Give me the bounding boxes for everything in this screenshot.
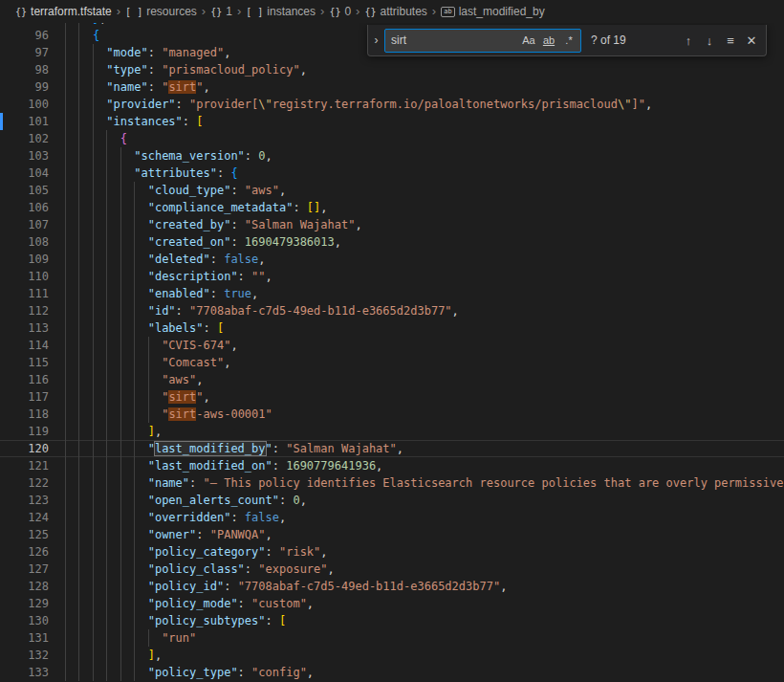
- code-line[interactable]: 128"policy_id": "7708abaf-c7d5-49ed-b11d…: [0, 578, 784, 595]
- code-line[interactable]: 114"CVIS-674",: [0, 337, 784, 354]
- line-number[interactable]: 130: [0, 612, 65, 629]
- token: \": [258, 98, 272, 111]
- code-line[interactable]: 101"instances": [: [0, 113, 784, 130]
- line-number[interactable]: 114: [0, 337, 65, 354]
- line-number[interactable]: 127: [0, 561, 65, 578]
- token: []: [307, 201, 320, 214]
- line-number[interactable]: 103: [0, 147, 65, 165]
- code-line[interactable]: 131"run": [0, 629, 784, 647]
- breadcrumb-item-0[interactable]: {}0: [329, 5, 351, 18]
- line-number[interactable]: 122: [0, 474, 65, 492]
- line-number[interactable]: 120: [0, 440, 65, 457]
- line-number[interactable]: 129: [0, 595, 65, 612]
- code-line[interactable]: 105"cloud_type": "aws",: [0, 182, 784, 199]
- code-line[interactable]: 125"owner": "PANWQA",: [0, 526, 784, 543]
- code-line[interactable]: 133"policy_type": "config",: [0, 664, 784, 681]
- breadcrumb-item-terraform.tfstate[interactable]: {}terraform.tfstate: [15, 5, 112, 18]
- code-line[interactable]: 117"sirt",: [0, 388, 784, 406]
- code-line[interactable]: 102{: [0, 130, 784, 147]
- line-number[interactable]: 133: [0, 664, 65, 681]
- code-line[interactable]: 116"aws",: [0, 371, 784, 388]
- token: :: [266, 545, 279, 559]
- match-case-button[interactable]: Aa: [519, 31, 538, 50]
- code-line[interactable]: 122"name": "– This policy identifies Ela…: [0, 474, 784, 492]
- line-number[interactable]: 107: [0, 216, 65, 233]
- line-number[interactable]: 125: [0, 526, 65, 543]
- code-line[interactable]: 118"sirt-aws-00001": [0, 406, 784, 423]
- line-number[interactable]: 98: [0, 61, 65, 78]
- line-number[interactable]: 116: [0, 371, 65, 388]
- line-number[interactable]: 117: [0, 388, 65, 406]
- code-line[interactable]: 113"labels": [: [0, 319, 784, 337]
- breadcrumb-item-1[interactable]: {}1: [210, 5, 232, 18]
- code-content: "CVIS-674",: [65, 337, 784, 354]
- code-line[interactable]: 120"last_modified_by": "Salman Wajahat",: [0, 440, 784, 457]
- line-number[interactable]: 102: [0, 130, 65, 147]
- line-number[interactable]: 108: [0, 233, 65, 251]
- code-line[interactable]: 99"name": "sirt",: [0, 78, 784, 96]
- line-number[interactable]: 101: [0, 113, 65, 130]
- code-line[interactable]: 115"Comcast",: [0, 354, 784, 371]
- toggle-replace-button[interactable]: ›: [368, 25, 384, 55]
- code-line[interactable]: 106"compliance_metadata": [],: [0, 199, 784, 216]
- close-button[interactable]: ✕: [741, 30, 762, 51]
- code-line[interactable]: 109"deleted": false,: [0, 251, 784, 268]
- code-line[interactable]: 124"overridden": false,: [0, 509, 784, 526]
- line-number[interactable]: 100: [0, 96, 65, 113]
- token: "policy_type": [148, 666, 238, 679]
- line-number[interactable]: 128: [0, 578, 65, 595]
- line-number[interactable]: 96: [0, 27, 65, 44]
- whole-word-button[interactable]: ab: [539, 31, 558, 50]
- find-in-selection-button[interactable]: ≡: [720, 30, 741, 51]
- next-match-button[interactable]: ↓: [699, 30, 720, 51]
- line-number[interactable]: 121: [0, 457, 65, 474]
- code-line[interactable]: 100"provider": "provider[\"registry.terr…: [0, 96, 784, 113]
- line-number[interactable]: 119: [0, 423, 65, 440]
- line-number[interactable]: 112: [0, 302, 65, 319]
- line-number[interactable]: 124: [0, 509, 65, 526]
- line-number[interactable]: 111: [0, 285, 65, 302]
- line-number[interactable]: 106: [0, 199, 65, 216]
- code-line[interactable]: 112"id": "7708abaf-c7d5-49ed-b11d-e3665d…: [0, 302, 784, 319]
- code-line[interactable]: 111"enabled": true,: [0, 285, 784, 302]
- code-line[interactable]: 127"policy_class": "exposure",: [0, 561, 784, 578]
- breadcrumb-item-last_modified_by[interactable]: ablast_modified_by: [441, 5, 545, 18]
- line-number[interactable]: 105: [0, 182, 65, 199]
- line-number[interactable]: 113: [0, 319, 65, 337]
- line-number[interactable]: 126: [0, 543, 65, 561]
- code-line[interactable]: 108"created_on": 1690479386013,: [0, 233, 784, 251]
- line-number[interactable]: 131: [0, 629, 65, 647]
- line-number[interactable]: 123: [0, 492, 65, 509]
- token: "overridden": [148, 511, 231, 524]
- code-line[interactable]: 123"open_alerts_count": 0,: [0, 492, 784, 509]
- line-number[interactable]: 104: [0, 165, 65, 182]
- line-number[interactable]: 115: [0, 354, 65, 371]
- token: [: [196, 115, 203, 128]
- line-number[interactable]: 132: [0, 647, 65, 664]
- code-line[interactable]: 107"created_by": "Salman Wajahat",: [0, 216, 784, 233]
- code-line[interactable]: 126"policy_category": "risk",: [0, 543, 784, 561]
- token: "Salman Wajahat": [286, 442, 397, 455]
- token: last_modified_by: [155, 442, 266, 455]
- code-line[interactable]: 121"last_modified_on": 1690779641936,: [0, 457, 784, 474]
- line-number[interactable]: 99: [0, 78, 65, 96]
- code-line[interactable]: 132],: [0, 647, 784, 664]
- line-number[interactable]: 110: [0, 268, 65, 285]
- find-input[interactable]: sirt Aa ab .*: [384, 29, 581, 53]
- code-line[interactable]: 130"policy_subtypes": [: [0, 612, 784, 629]
- breadcrumb-item-attributes[interactable]: {}attributes: [364, 5, 426, 18]
- code-line[interactable]: 98"type": "prismacloud_policy",: [0, 61, 784, 78]
- code-line[interactable]: 103"schema_version": 0,: [0, 147, 784, 165]
- code-line[interactable]: 129"policy_mode": "custom",: [0, 595, 784, 612]
- code-line[interactable]: 110"description": "",: [0, 268, 784, 285]
- previous-match-button[interactable]: ↑: [678, 30, 699, 51]
- regex-button[interactable]: .*: [559, 31, 578, 50]
- line-number[interactable]: 109: [0, 251, 65, 268]
- line-number[interactable]: 97: [0, 44, 65, 61]
- code-line[interactable]: 104"attributes": {: [0, 165, 784, 182]
- breadcrumb-item-resources[interactable]: [ ]resources: [125, 5, 197, 18]
- code-line[interactable]: 119],: [0, 423, 784, 440]
- line-number[interactable]: 118: [0, 406, 65, 423]
- breadcrumb-item-instances[interactable]: [ ]instances: [246, 5, 316, 18]
- token: "instances": [106, 115, 182, 128]
